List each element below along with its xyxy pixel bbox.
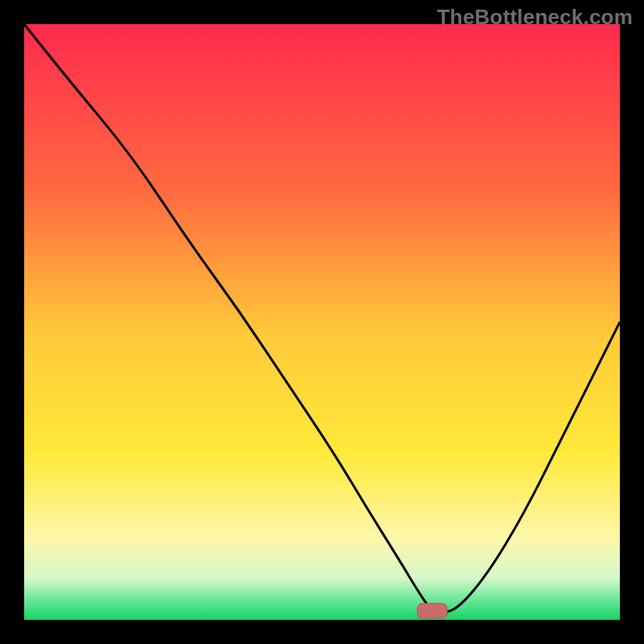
outer-frame: TheBottleneck.com <box>0 0 644 644</box>
gradient-background <box>24 24 620 620</box>
optimal-marker <box>417 604 447 619</box>
bottleneck-chart <box>24 24 620 620</box>
